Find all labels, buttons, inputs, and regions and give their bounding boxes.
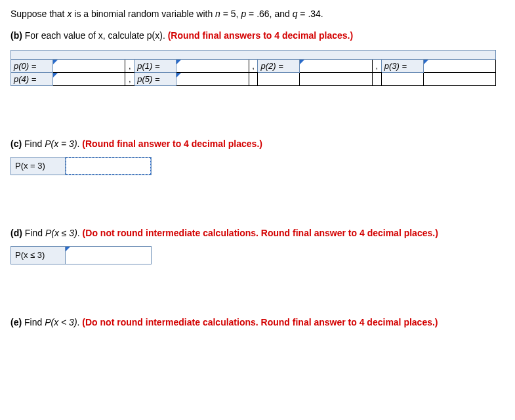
intro-n-eq: = 5, [220,9,241,19]
part-c-text: Find [22,138,45,149]
part-b-instructions: (Round final answers to 4 decimal places… [168,30,353,41]
input-p3-field[interactable] [424,60,495,72]
part-b: (b) For each value of x, calculate p(x).… [10,30,505,86]
part-d-prompt: (d) Find P(x ≤ 3). (Do not round interme… [10,228,505,238]
part-c-px: P(x = 3) [45,138,77,149]
label-p4: p(4) = [11,72,53,85]
input-p0-field[interactable] [53,60,125,72]
part-e: (e) Find P(x < 3). (Do not round interme… [10,317,505,327]
part-b-text: , calculate [103,30,147,41]
part-d: (d) Find P(x ≤ 3). (Do not round interme… [10,228,505,264]
comma: , [249,59,258,72]
blank-cell [300,72,372,85]
part-d-label: (d) [10,228,22,238]
part-e-text: Find [22,317,45,327]
intro-text: Suppose that [10,9,67,19]
table-c: P(x = 3) [10,157,152,175]
table-row: p(0) = , p(1) = , p(2) = , p(3) = [11,59,496,72]
label-p0: p(0) = [11,59,53,72]
table-b-header-row [11,50,496,59]
part-e-instructions: (Do not round intermediate calculations.… [82,317,438,327]
intro-n-var: n [215,9,220,19]
part-e-label: (e) [10,317,22,327]
part-c-label: (c) [10,138,22,149]
table-d: P(x ≤ 3) [10,246,152,264]
table-b: p(0) = , p(1) = , p(2) = , p(3) = p(4) =… [10,50,496,86]
label-px-eq-3: P(x = 3) [11,157,66,175]
blank-cell [372,72,381,85]
part-b-period: . [163,30,168,41]
part-b-x: x [98,30,103,41]
input-px-le-3[interactable] [66,246,152,264]
label-p3: p(3) = [381,59,423,72]
part-b-label: (b) [10,30,22,41]
label-p1: p(1) = [134,59,176,72]
input-p5-field[interactable] [176,73,248,85]
part-d-px: P(x ≤ 3) [45,228,77,238]
part-c: (c) Find P(x = 3). (Round final answer t… [10,138,505,175]
blank-cell [423,72,495,85]
intro-text: is a binomial random variable with [72,9,215,19]
intro-q-eq: = .34. [297,9,323,19]
label-px-le-3: P(x ≤ 3) [11,246,66,264]
part-d-text: Find [22,228,45,238]
blank-cell [249,72,258,85]
input-p4[interactable] [52,72,125,85]
label-p5: p(5) = [134,72,176,85]
comma: , [125,72,134,85]
part-e-prompt: (e) Find P(x < 3). (Do not round interme… [10,317,505,327]
input-px-eq-3[interactable] [66,157,152,175]
table-row: p(4) = , p(5) = [11,72,496,85]
input-p1[interactable] [176,59,249,72]
problem-intro: Suppose that x is a binomial random vari… [10,8,505,21]
comma: , [125,59,134,72]
input-p2[interactable] [300,59,372,72]
part-c-instructions: (Round final answer to 4 decimal places.… [82,138,262,149]
part-e-px: P(x < 3) [45,317,77,327]
table-row: P(x ≤ 3) [11,246,152,264]
input-px-le-3-field[interactable] [66,247,151,264]
part-b-px: p(x) [147,30,163,41]
input-p5[interactable] [176,72,249,85]
table-row: P(x = 3) [11,157,152,175]
input-p0[interactable] [52,59,125,72]
label-p2: p(2) = [258,59,300,72]
part-d-instructions: (Do not round intermediate calculations.… [83,228,438,238]
blank-cell [381,72,423,85]
part-d-period: . [77,228,83,238]
part-b-prompt: (b) For each value of x, calculate p(x).… [10,30,505,41]
part-c-prompt: (c) Find P(x = 3). (Round final answer t… [10,138,505,149]
comma: , [372,59,381,72]
blank-cell [258,72,300,85]
input-p3[interactable] [423,59,495,72]
intro-p-eq: = .66, and [246,9,292,19]
input-p2-field[interactable] [300,60,371,72]
part-b-text: For each value of [22,30,98,41]
input-px-eq-3-field[interactable] [66,158,151,175]
input-p4-field[interactable] [53,73,125,85]
input-p1-field[interactable] [176,60,248,72]
